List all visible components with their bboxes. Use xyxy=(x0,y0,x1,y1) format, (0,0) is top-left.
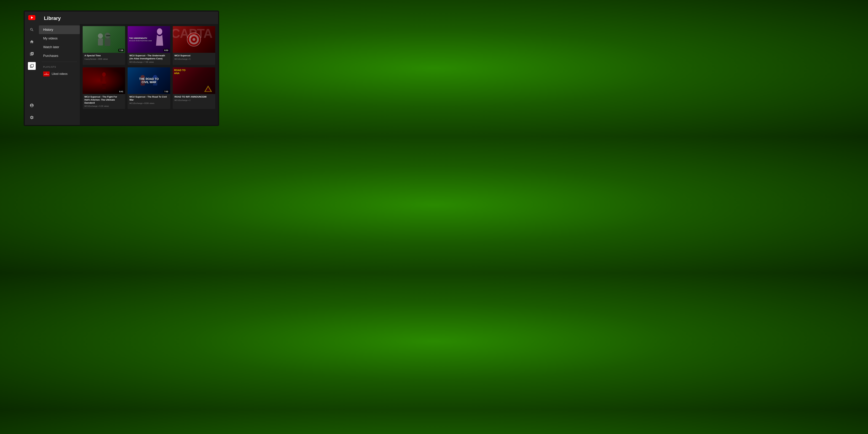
library-icon xyxy=(30,64,34,68)
video-thumb-underneath: THE UNDERNEATHAN ALIAS INVESTIGATIONS CA… xyxy=(128,26,170,53)
video-card-road-inf[interactable]: ROAD TOANA ROAD TO INFI ANNOUNCEMI xyxy=(173,67,215,109)
account-icon xyxy=(30,103,34,107)
svg-rect-15 xyxy=(104,84,106,89)
video-thumb-road-inf: ROAD TOANA xyxy=(173,67,215,94)
video-info-civil-war: MCU Supercut - The Road To Civil War MCU… xyxy=(128,94,170,106)
liked-videos-thumb: LARAMEUR xyxy=(43,71,50,76)
video-meta-fight: MCUExchange • 9.2K views xyxy=(85,105,123,107)
sidebar-item-library[interactable] xyxy=(28,62,36,70)
svg-point-10 xyxy=(102,72,106,76)
video-meta-special-time: CaseyNeistat • 290K views xyxy=(85,58,123,60)
video-title-special-time: A Special Time xyxy=(85,54,123,57)
road-inf-text: ROAD TOANA xyxy=(174,69,186,75)
svg-point-9 xyxy=(192,38,195,41)
video-title-civil-war: MCU Supercut - The Road To Civil War xyxy=(129,95,168,101)
home-icon xyxy=(30,40,34,44)
playlist-thumb-text: LARAMEUR xyxy=(44,73,49,75)
sidebar-item-search[interactable] xyxy=(28,26,36,34)
svg-rect-1 xyxy=(98,38,103,45)
svg-rect-3 xyxy=(105,38,111,46)
video-thumb-civil-war: THE ROAD TOCIVIL WAR 7:02 xyxy=(128,67,170,94)
nav-item-history[interactable]: History xyxy=(39,25,80,34)
sidebar-item-account[interactable] xyxy=(28,101,36,109)
video-title-road-inf: ROAD TO INFI ANNOUNCEMI xyxy=(175,95,213,98)
video-title-fight: MCU Supercut - The Fight For Hell's Kitc… xyxy=(85,95,123,104)
video-meta-underneath: MCUExchange • 7.9K views xyxy=(129,61,168,63)
videos-area: 7:35 A Special Time CaseyNeistat • 290K … xyxy=(80,24,218,125)
video-title-underneath: MCU Supercut - The Underneath (An Alias … xyxy=(129,54,168,60)
svg-point-5 xyxy=(157,28,162,35)
playlists-label: PLAYLISTS xyxy=(39,63,80,70)
video-info-special-time: A Special Time CaseyNeistat • 290K views xyxy=(83,53,125,62)
liked-videos-label: Liked videos xyxy=(52,72,67,75)
tv-frame: Library History My videos Watch later Pu… xyxy=(24,10,219,126)
svg-rect-13 xyxy=(105,76,107,82)
underneath-figure xyxy=(153,28,167,51)
video-card-civil-war[interactable]: THE ROAD TOCIVIL WAR 7:02 MCU Supercut -… xyxy=(128,67,170,109)
video-info-underneath: MCU Supercut - The Underneath (An Alias … xyxy=(128,53,170,65)
nav-item-my-videos[interactable]: My videos xyxy=(39,34,80,43)
video-meta-captain: MCUExchange • 5 xyxy=(175,58,213,60)
svg-rect-12 xyxy=(100,76,102,82)
svg-rect-14 xyxy=(102,84,104,89)
video-title-captain: MCU Supercut xyxy=(175,54,213,57)
video-card-special-time[interactable]: 7:35 A Special Time CaseyNeistat • 290K … xyxy=(83,26,125,65)
nav-item-purchases[interactable]: Purchases xyxy=(39,52,80,60)
video-duration-civil-war: 7:02 xyxy=(163,90,169,93)
page-title: Library xyxy=(39,11,218,24)
main-area: Library History My videos Watch later Pu… xyxy=(39,11,218,125)
captain-shield xyxy=(187,32,201,46)
video-duration-special-time: 7:35 xyxy=(118,49,124,52)
video-duration-fight: 8:41 xyxy=(118,90,124,93)
special-time-image xyxy=(93,31,115,48)
sidebar-item-settings[interactable] xyxy=(28,114,36,121)
sidebar-item-home[interactable] xyxy=(28,38,36,46)
video-thumb-captain: CAPTA xyxy=(173,26,215,53)
video-thumb-special-time: 7:35 xyxy=(83,26,125,53)
search-icon xyxy=(30,28,34,32)
subscriptions-icon xyxy=(30,52,34,56)
left-nav: History My videos Watch later Purchases … xyxy=(39,24,80,125)
video-card-underneath[interactable]: THE UNDERNEATHAN ALIAS INVESTIGATIONS CA… xyxy=(128,26,170,65)
video-thumb-fight: 8:41 xyxy=(83,67,125,94)
content-area: History My videos Watch later Purchases … xyxy=(39,24,218,125)
video-card-fight[interactable]: 8:41 MCU Supercut - The Fight For Hell's… xyxy=(83,67,125,109)
sidebar-item-subscriptions[interactable] xyxy=(28,50,36,58)
avengers-logo xyxy=(203,85,213,92)
videos-grid: 7:35 A Special Time CaseyNeistat • 290K … xyxy=(83,26,215,109)
underneath-text: THE UNDERNEATHAN ALIAS INVESTIGATIONS CA… xyxy=(129,37,152,42)
sidebar xyxy=(25,11,39,125)
daredevil-figure xyxy=(99,72,109,90)
video-duration-underneath: 8:53 xyxy=(163,49,169,52)
settings-icon xyxy=(30,115,34,120)
video-info-road-inf: ROAD TO INFI ANNOUNCEMI MCUExchange • 2 xyxy=(173,94,215,103)
video-info-fight: MCU Supercut - The Fight For Hell's Kitc… xyxy=(83,94,125,109)
youtube-logo[interactable] xyxy=(28,15,35,20)
video-meta-civil-war: MCUExchange • 833K views xyxy=(129,102,168,104)
civil-war-text: THE ROAD TOCIVIL WAR xyxy=(139,78,159,84)
svg-point-0 xyxy=(98,33,103,38)
video-card-captain[interactable]: CAPTA MCU Supercut xyxy=(173,26,215,65)
svg-rect-4 xyxy=(106,35,111,36)
nav-divider xyxy=(42,62,77,62)
video-info-captain: MCU Supercut MCUExchange • 5 xyxy=(173,53,215,62)
nav-item-liked-videos[interactable]: LARAMEUR Liked videos xyxy=(39,70,80,78)
video-meta-road-inf: MCUExchange • 2 xyxy=(175,99,213,101)
nav-item-watch-later[interactable]: Watch later xyxy=(39,43,80,52)
